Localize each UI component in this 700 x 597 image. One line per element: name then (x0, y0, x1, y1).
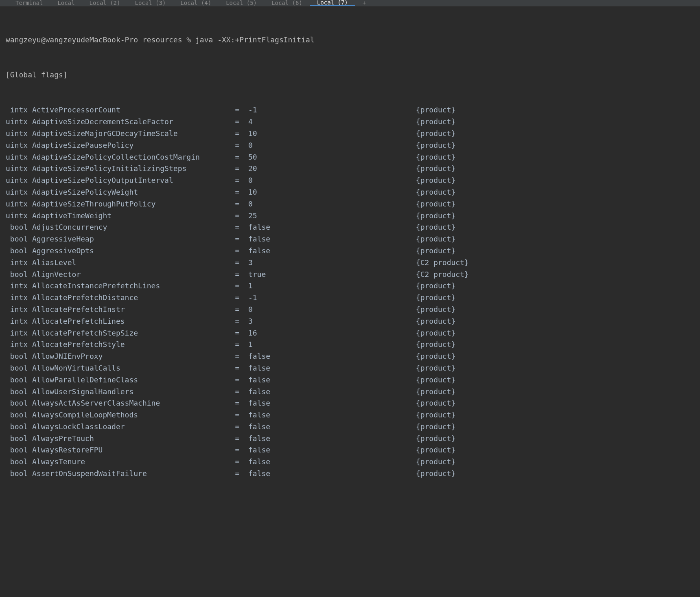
flags-list: intxActiveProcessorCount= -1{product}uin… (6, 104, 694, 480)
flag-row: boolAlwaysLockClassLoader= false{product… (6, 421, 694, 433)
terminal-tab[interactable]: Local (5) (219, 0, 264, 6)
flag-value: false (248, 386, 416, 398)
flag-row: intxActiveProcessorCount= -1{product} (6, 104, 694, 116)
flag-row: boolAlwaysTenure= false{product} (6, 456, 694, 468)
flag-row: intxAllocatePrefetchStyle= 1{product} (6, 339, 694, 351)
new-tab-button[interactable]: + (355, 0, 373, 6)
flag-name: AdjustConcurrency (32, 222, 235, 233)
flag-equals: = (235, 269, 249, 281)
flag-equals: = (235, 151, 249, 163)
flag-type: bool (6, 456, 32, 468)
flag-type: uintx (6, 163, 32, 175)
flag-row: intxAllocateInstancePrefetchLines= 1{pro… (6, 280, 694, 292)
flag-name: AllocatePrefetchStyle (32, 339, 235, 351)
flag-name: AllowParallelDefineClass (32, 374, 235, 386)
flag-equals: = (235, 245, 249, 257)
flag-type: bool (6, 409, 32, 421)
flag-row: boolAggressiveOpts= false{product} (6, 245, 694, 257)
flag-category: {product} (416, 140, 456, 151)
flag-category: {product} (416, 245, 456, 257)
flag-value: false (248, 222, 416, 233)
flag-category: {product} (416, 233, 456, 245)
flag-row: intxAllocatePrefetchInstr= 0{product} (6, 304, 694, 316)
flag-row: boolAdjustConcurrency= false{product} (6, 222, 694, 233)
flag-type: intx (6, 280, 32, 292)
flag-value: false (248, 456, 416, 468)
flag-equals: = (235, 444, 249, 456)
flag-value: -1 (248, 292, 416, 304)
flag-row: boolAlignVector= true{C2 product} (6, 269, 694, 281)
flag-category: {product} (416, 198, 456, 210)
flag-type: intx (6, 304, 32, 316)
flag-row: boolAllowUserSignalHandlers= false{produ… (6, 386, 694, 398)
terminal-tab[interactable]: Local (2) (82, 0, 128, 6)
flag-equals: = (235, 409, 249, 421)
terminal-tab[interactable]: Local (6) (264, 0, 310, 6)
flag-name: AllocatePrefetchInstr (32, 304, 235, 316)
flag-equals: = (235, 280, 249, 292)
terminal-tab-bar: TerminalLocalLocal (2)Local (3)Local (4)… (0, 0, 700, 7)
flag-name: AllocatePrefetchLines (32, 316, 235, 327)
terminal-output[interactable]: wangzeyu@wangzeyudeMacBook-Pro resources… (0, 7, 700, 496)
flag-equals: = (235, 128, 249, 140)
flag-equals: = (235, 316, 249, 327)
terminal-tab[interactable]: Local (7) (310, 0, 355, 6)
flag-equals: = (235, 292, 249, 304)
flag-name: AdaptiveSizePolicyInitializingSteps (32, 163, 235, 175)
flag-category: {product} (416, 327, 456, 339)
flag-category: {product} (416, 433, 456, 445)
flag-category: {product} (416, 397, 456, 409)
flag-type: bool (6, 269, 32, 281)
flag-name: AggressiveOpts (32, 245, 235, 257)
flag-row: uintxAdaptiveSizePausePolicy= 0{product} (6, 140, 694, 151)
flag-value: 3 (248, 257, 416, 269)
flag-equals: = (235, 222, 249, 233)
flag-equals: = (235, 351, 249, 362)
terminal-tab[interactable]: Local (4) (173, 0, 219, 6)
flag-value: 0 (248, 175, 416, 187)
flag-category: {product} (416, 116, 456, 128)
flag-type: uintx (6, 116, 32, 128)
flag-name: AlwaysPreTouch (32, 433, 235, 445)
flag-equals: = (235, 198, 249, 210)
flag-value: 1 (248, 280, 416, 292)
flag-name: ActiveProcessorCount (32, 104, 235, 116)
flag-value: 20 (248, 163, 416, 175)
terminal-tab[interactable]: Local (50, 0, 82, 6)
flag-row: uintxAdaptiveSizeMajorGCDecayTimeScale= … (6, 128, 694, 140)
flag-equals: = (235, 339, 249, 351)
flag-type: intx (6, 292, 32, 304)
flag-name: AggressiveHeap (32, 233, 235, 245)
flag-row: uintxAdaptiveSizePolicyInitializingSteps… (6, 163, 694, 175)
flag-equals: = (235, 163, 249, 175)
flag-type: uintx (6, 187, 32, 198)
flag-name: AdaptiveSizePausePolicy (32, 140, 235, 151)
flag-type: intx (6, 257, 32, 269)
flag-name: AllocatePrefetchDistance (32, 292, 235, 304)
flag-type: bool (6, 362, 32, 374)
flag-name: AdaptiveSizeThroughPutPolicy (32, 198, 235, 210)
flag-value: 3 (248, 316, 416, 327)
flag-category: {product} (416, 374, 456, 386)
flag-value: -1 (248, 104, 416, 116)
flag-category: {product} (416, 292, 456, 304)
flag-type: uintx (6, 210, 32, 222)
flag-equals: = (235, 104, 249, 116)
flag-equals: = (235, 386, 249, 398)
flag-type: bool (6, 468, 32, 480)
flag-category: {product} (416, 362, 456, 374)
flag-category: {product} (416, 304, 456, 316)
flag-value: 0 (248, 304, 416, 316)
flag-row: intxAllocatePrefetchLines= 3{product} (6, 316, 694, 327)
flag-row: boolAlwaysActAsServerClassMachine= false… (6, 397, 694, 409)
flag-type: bool (6, 233, 32, 245)
flag-row: boolAggressiveHeap= false{product} (6, 233, 694, 245)
flag-name: AllocateInstancePrefetchLines (32, 280, 235, 292)
flag-row: boolAssertOnSuspendWaitFailure= false{pr… (6, 468, 694, 480)
terminal-tab[interactable]: Local (3) (127, 0, 173, 6)
flag-category: {product} (416, 351, 456, 362)
flag-value: false (248, 362, 416, 374)
terminal-tab[interactable]: Terminal (8, 0, 50, 6)
flag-equals: = (235, 175, 249, 187)
flag-row: intxAliasLevel= 3{C2 product} (6, 257, 694, 269)
